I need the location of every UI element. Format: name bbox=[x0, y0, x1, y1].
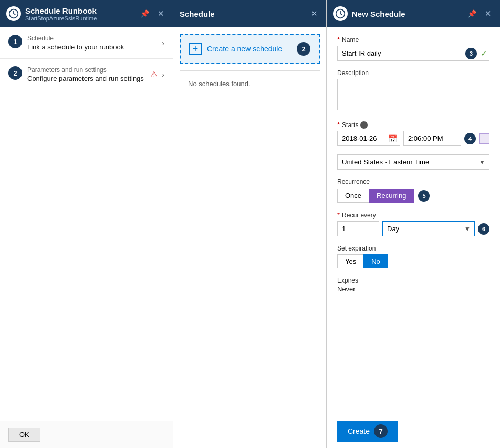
time-input[interactable] bbox=[403, 131, 461, 146]
middle-panel-header: Schedule ✕ bbox=[173, 0, 326, 27]
name-required-star: * bbox=[337, 36, 340, 44]
recurrence-recurring-button[interactable]: Recurring bbox=[369, 189, 414, 203]
set-expiration-label: Set expiration bbox=[337, 245, 376, 252]
starts-group: * Starts i 📅 4 bbox=[337, 121, 489, 146]
expiration-no-button[interactable]: No bbox=[363, 254, 388, 268]
description-label: Description bbox=[337, 69, 369, 77]
expires-value: Never bbox=[337, 285, 489, 293]
recur-every-group: * Recur every Day Week Month Hour ▼ 6 bbox=[337, 211, 489, 236]
right-panel-title: New Schedule bbox=[352, 9, 405, 18]
starts-info-icon[interactable]: i bbox=[360, 121, 368, 129]
right-close-button[interactable]: ✕ bbox=[483, 8, 494, 19]
recur-every-label: Recur every bbox=[342, 212, 376, 219]
left-panel-title: Schedule Runbook bbox=[25, 6, 97, 15]
middle-close-button[interactable]: ✕ bbox=[309, 8, 320, 19]
nav-item-desc-1: Link a schedule to your runbook bbox=[27, 43, 124, 51]
create-schedule-button[interactable]: + Create a new schedule 2 bbox=[180, 34, 320, 64]
left-panel-content: 1 Schedule Link a schedule to your runbo… bbox=[0, 27, 173, 421]
left-close-button[interactable]: ✕ bbox=[155, 8, 166, 19]
schedule-runbook-panel: Schedule Runbook StartStopAzureSsisRunti… bbox=[0, 0, 173, 448]
ok-button[interactable]: OK bbox=[8, 428, 40, 442]
chevron-right-icon-1: › bbox=[162, 39, 164, 47]
schedule-nav-item[interactable]: 1 Schedule Link a schedule to your runbo… bbox=[0, 27, 173, 59]
name-step-badge: 3 bbox=[465, 48, 477, 59]
recurrence-step-badge: 5 bbox=[418, 190, 430, 202]
new-schedule-footer: Create 7 bbox=[327, 414, 500, 448]
expires-label: Expires bbox=[337, 277, 489, 284]
left-panel-subtitle: StartStopAzureSsisRuntime bbox=[25, 15, 97, 22]
recur-every-step-badge: 6 bbox=[478, 223, 489, 235]
nav-item-title-2: Parameters and run settings bbox=[27, 66, 144, 74]
schedule-panel: Schedule ✕ + Create a new schedule 2 No … bbox=[173, 0, 327, 448]
expiration-yes-button[interactable]: Yes bbox=[337, 254, 363, 268]
new-schedule-panel: New Schedule 📌 ✕ * Name 3 ✓ Description bbox=[327, 0, 500, 448]
recurrence-group: Recurrence Once Recurring 5 bbox=[337, 178, 489, 203]
middle-panel-title: Schedule bbox=[180, 9, 215, 18]
create-schedule-label: Create a new schedule bbox=[207, 45, 282, 53]
recurrence-once-button[interactable]: Once bbox=[337, 189, 369, 203]
starts-label: Starts bbox=[342, 121, 358, 129]
name-group: * Name 3 ✓ bbox=[337, 36, 489, 61]
new-schedule-form: * Name 3 ✓ Description * Starts i bbox=[327, 27, 500, 414]
left-panel-header: Schedule Runbook StartStopAzureSsisRunti… bbox=[0, 0, 173, 27]
no-schedules-text: No schedules found. bbox=[180, 71, 320, 96]
clock-icon-left bbox=[6, 6, 21, 21]
left-pin-button[interactable]: 📌 bbox=[138, 8, 151, 19]
timezone-select[interactable]: United States - Eastern Time United Stat… bbox=[337, 154, 489, 170]
create-schedule-badge: 2 bbox=[297, 42, 310, 56]
plus-icon: + bbox=[189, 43, 202, 55]
error-icon: ⚠ bbox=[150, 69, 158, 79]
middle-panel-content: + Create a new schedule 2 No schedules f… bbox=[173, 27, 326, 448]
expires-group: Expires Never bbox=[337, 277, 489, 293]
left-panel-footer: OK bbox=[0, 421, 173, 448]
description-input[interactable] bbox=[337, 79, 489, 110]
name-label: Name bbox=[342, 36, 359, 44]
description-group: Description bbox=[337, 69, 489, 112]
right-panel-header: New Schedule 📌 ✕ bbox=[327, 0, 500, 27]
nav-item-number-1: 1 bbox=[8, 35, 22, 48]
recur-required-star: * bbox=[337, 211, 340, 219]
starts-required-star: * bbox=[337, 121, 340, 129]
right-pin-button[interactable]: 📌 bbox=[465, 8, 478, 19]
recur-unit-select[interactable]: Day Week Month Hour bbox=[382, 221, 475, 236]
parameters-nav-item[interactable]: 2 Parameters and run settings Configure … bbox=[0, 59, 173, 90]
expiration-group: Set expiration Yes No bbox=[337, 245, 489, 268]
timezone-group: United States - Eastern Time United Stat… bbox=[337, 154, 489, 170]
create-step-badge: 7 bbox=[374, 424, 388, 438]
check-icon: ✓ bbox=[481, 48, 487, 58]
date-input[interactable] bbox=[337, 131, 400, 146]
starts-step-badge: 4 bbox=[464, 133, 476, 144]
recur-every-input[interactable] bbox=[337, 221, 379, 236]
nav-item-desc-2: Configure parameters and run settings bbox=[27, 75, 144, 82]
chevron-right-icon-2: › bbox=[162, 70, 164, 79]
nav-item-number-2: 2 bbox=[8, 66, 22, 80]
create-button[interactable]: Create 7 bbox=[337, 421, 398, 442]
create-button-label: Create bbox=[348, 427, 370, 435]
recurrence-label: Recurrence bbox=[337, 178, 489, 185]
nav-item-title-1: Schedule bbox=[27, 35, 124, 42]
clock-icon-right bbox=[333, 6, 348, 21]
